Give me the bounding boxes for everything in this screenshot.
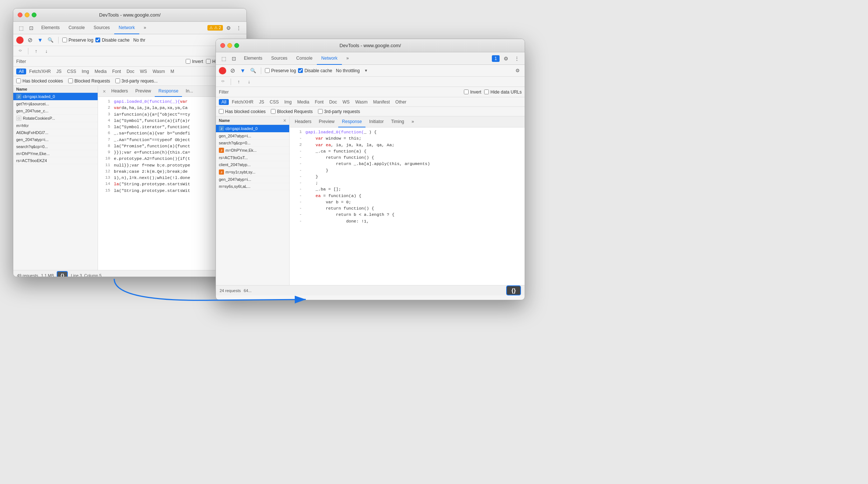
request-item-4-1[interactable]: m=hfcr (13, 122, 98, 129)
type-font-1[interactable]: Font (109, 69, 123, 74)
tab-network-1[interactable]: Network (114, 22, 139, 34)
throttle-chevron-2[interactable]: ▼ (362, 67, 370, 75)
tab-more-2[interactable]: » (342, 52, 353, 65)
invert-label-1[interactable]: Invert (186, 59, 203, 64)
detail-tab-response-2[interactable]: Response (338, 116, 365, 127)
close-button-2[interactable] (220, 43, 225, 48)
more-icon-1[interactable]: ⋮ (234, 23, 244, 33)
disable-cache-label-1[interactable]: Disable cache (95, 38, 129, 43)
type-wasm-2[interactable]: Wasm (353, 99, 370, 105)
close-panel-btn-1[interactable]: × (101, 88, 108, 95)
upload-icon-1[interactable]: ↑ (32, 47, 40, 55)
filter-icon-2[interactable]: ▼ (239, 67, 247, 75)
tab-network-2[interactable]: Network (317, 52, 342, 65)
more-icon-2[interactable]: ⋮ (512, 54, 522, 63)
preserve-log-check-2[interactable] (265, 68, 270, 73)
tab-console-2[interactable]: Console (292, 52, 317, 65)
preserve-log-label-1[interactable]: Preserve log (62, 38, 93, 43)
has-cookies-check-1[interactable] (16, 78, 21, 83)
settings-icon-2[interactable]: ⚙ (501, 54, 511, 63)
download-icon-1[interactable]: ↓ (42, 47, 50, 55)
tab-sources-2[interactable]: Sources (267, 52, 292, 65)
request-item-3-1[interactable]: □ RotateCookiesP... (13, 115, 98, 122)
preserve-log-check-1[interactable] (62, 38, 67, 42)
minimize-button-1[interactable] (25, 13, 29, 17)
request-item-0-2[interactable]: J cb=gapi.loaded_0 (216, 125, 289, 133)
blocked-req-label-2[interactable]: Blocked Requests (271, 109, 313, 114)
type-fetch-1[interactable]: Fetch/XHR (27, 69, 53, 74)
type-js-2[interactable]: JS (256, 99, 267, 105)
detail-tab-headers-2[interactable]: Headers (291, 116, 315, 127)
blocked-req-check-2[interactable] (271, 109, 276, 114)
request-item-5-1[interactable]: A6DkqFxHDGl7... (13, 129, 98, 136)
filter-icon-1[interactable]: ▼ (36, 36, 44, 44)
search-icon-2[interactable]: 🔍 (249, 67, 257, 75)
invert-check-2[interactable] (464, 90, 469, 94)
tab-more-1[interactable]: » (139, 22, 151, 34)
invert-check-1[interactable] (186, 59, 190, 64)
type-css-2[interactable]: CSS (267, 99, 281, 105)
hide-data-check-2[interactable] (484, 90, 489, 94)
settings-icon-1[interactable]: ⚙ (224, 23, 233, 33)
tab-sources-1[interactable]: Sources (89, 22, 114, 34)
request-item-8-1[interactable]: m=DhPYme,Eke... (13, 150, 98, 157)
record-button-1[interactable] (16, 36, 24, 44)
type-wasm-1[interactable]: Wasm (150, 69, 168, 74)
request-item-9-1[interactable]: rs=ACT9ooEKZ4 (13, 157, 98, 164)
request-item-1-1[interactable]: get?rt=j&sourcei... (13, 101, 98, 108)
third-party-check-1[interactable] (115, 78, 120, 83)
disable-cache-check-1[interactable] (95, 38, 100, 42)
type-all-2[interactable]: All (219, 99, 229, 105)
request-item-1-2[interactable]: gen_204?atyp=i... (216, 133, 289, 140)
type-doc-2[interactable]: Doc (326, 99, 339, 105)
type-all-1[interactable]: All (16, 69, 26, 74)
minimize-button-2[interactable] (227, 43, 232, 48)
third-party-check-2[interactable] (318, 109, 323, 114)
cursor-icon-2[interactable]: ⬚ (219, 54, 228, 63)
type-fetch-2[interactable]: Fetch/XHR (229, 99, 256, 105)
detail-tab-in-1[interactable]: In... (182, 86, 197, 97)
type-other-2[interactable]: Other (393, 99, 409, 105)
maximize-button-1[interactable] (32, 13, 36, 17)
detail-tab-headers-1[interactable]: Headers (108, 86, 132, 97)
request-item-3-2[interactable]: J m=DhPYme,Ek... (216, 147, 289, 154)
has-cookies-check-2[interactable] (219, 109, 224, 114)
type-manifest-2[interactable]: Manifest (371, 99, 392, 105)
detail-tab-preview-1[interactable]: Preview (132, 86, 155, 97)
request-item-4-2[interactable]: rs=ACT9oGsT... (216, 154, 289, 161)
has-cookies-label-2[interactable]: Has blocked cookies (219, 109, 266, 114)
stop-icon-1[interactable]: ⊘ (26, 36, 34, 44)
search-icon-1[interactable]: 🔍 (46, 36, 55, 44)
type-css-1[interactable]: CSS (64, 69, 79, 74)
request-item-6-2[interactable]: J m=sy1r,sybt,sy... (216, 168, 289, 176)
detail-tab-timing-2[interactable]: Timing (387, 116, 408, 127)
panel-icon-2[interactable]: ⊡ (229, 54, 239, 63)
request-item-0-1[interactable]: J cb=gapi.loaded_0 (13, 93, 98, 101)
maximize-button-2[interactable] (234, 43, 239, 48)
type-ws-1[interactable]: WS (137, 69, 150, 74)
format-button-1[interactable]: {} (57, 271, 68, 277)
download-icon-2[interactable]: ↓ (245, 78, 253, 86)
disable-cache-label-2[interactable]: Disable cache (298, 68, 332, 73)
type-img-2[interactable]: Img (282, 99, 294, 105)
panel-icon[interactable]: ⊡ (27, 23, 36, 33)
preserve-log-label-2[interactable]: Preserve log (265, 68, 296, 73)
format-button-2[interactable]: {} (506, 285, 521, 295)
wifi-icon-2[interactable]: ⌔ (219, 78, 227, 86)
tab-elements-2[interactable]: Elements (239, 52, 267, 65)
invert-label-2[interactable]: Invert (464, 90, 481, 95)
upload-icon-2[interactable]: ↑ (235, 78, 243, 86)
blocked-req-check-1[interactable] (68, 78, 73, 83)
request-item-5-2[interactable]: client_204?atyp... (216, 161, 289, 168)
hide-data-urls-label-2[interactable]: Hide data URLs (484, 90, 522, 95)
has-cookies-label-1[interactable]: Has blocked cookies (16, 78, 63, 84)
type-img-1[interactable]: Img (79, 69, 92, 74)
detail-tab-more-2[interactable]: » (408, 116, 418, 127)
tab-elements-1[interactable]: Elements (37, 22, 64, 34)
third-party-label-1[interactable]: 3rd-party reques... (115, 78, 158, 84)
cursor-icon[interactable]: ⬚ (16, 23, 26, 33)
request-item-7-1[interactable]: search?q&cp=0... (13, 143, 98, 150)
close-requests-btn[interactable]: × (283, 118, 286, 123)
detail-tab-response-1[interactable]: Response (155, 86, 182, 97)
detail-tab-initiator-2[interactable]: Initiator (365, 116, 387, 127)
